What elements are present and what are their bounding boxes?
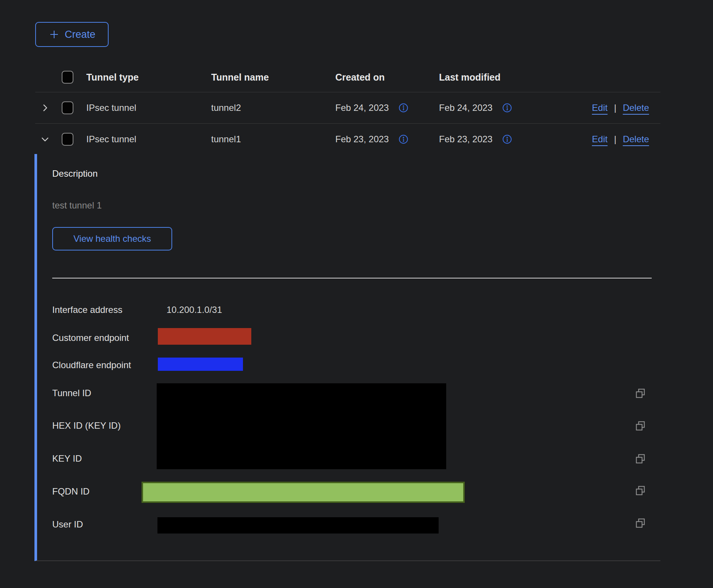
description-value: test tunnel 1	[52, 200, 102, 211]
chevron-down-icon[interactable]	[40, 134, 50, 144]
copy-icon[interactable]	[635, 518, 646, 529]
create-button-label: Create	[65, 29, 95, 40]
create-button[interactable]: Create	[35, 22, 109, 47]
key-id-label: KEY ID	[52, 453, 82, 464]
fqdn-id-redaction	[142, 482, 465, 503]
header-tunnel-type: Tunnel type	[86, 72, 211, 83]
edit-link[interactable]: Edit	[592, 134, 607, 145]
tunnel-details-panel: Description test tunnel 1 View health ch…	[34, 154, 660, 561]
customer-endpoint-label: Customer endpoint	[52, 333, 129, 343]
user-id-redaction	[157, 517, 439, 534]
interface-address-label: Interface address	[52, 305, 122, 315]
fqdn-id-label: FQDN ID	[52, 486, 90, 497]
tunnel-name-cell: tunnel2	[211, 103, 335, 113]
tunnels-page: Create Tunnel type Tunnel name Created o…	[0, 0, 713, 588]
tunnel-type-cell: IPsec tunnel	[86, 103, 211, 113]
info-icon[interactable]	[399, 103, 408, 113]
hex-id-label: HEX ID (KEY ID)	[52, 420, 121, 431]
header-created-on: Created on	[335, 72, 439, 83]
delete-link[interactable]: Delete	[623, 134, 649, 145]
info-icon[interactable]	[399, 134, 408, 144]
select-all-checkbox[interactable]	[62, 71, 73, 84]
created-on-value: Feb 24, 2023	[335, 103, 389, 113]
tunnel-id-label: Tunnel ID	[52, 388, 91, 398]
description-label: Description	[52, 168, 98, 179]
copy-icon[interactable]	[635, 420, 646, 432]
info-icon[interactable]	[502, 103, 512, 113]
copy-icon[interactable]	[635, 485, 646, 496]
chevron-right-icon[interactable]	[40, 103, 50, 113]
action-separator: |	[614, 103, 616, 113]
tunnel-type-cell: IPsec tunnel	[86, 134, 211, 145]
row-checkbox[interactable]	[62, 101, 73, 114]
info-icon[interactable]	[502, 134, 512, 144]
created-on-value: Feb 23, 2023	[335, 134, 389, 145]
header-tunnel-name: Tunnel name	[211, 72, 335, 83]
interface-address-value: 10.200.1.0/31	[167, 305, 222, 315]
last-modified-value: Feb 24, 2023	[439, 103, 492, 113]
action-separator: |	[614, 134, 616, 145]
ids-redaction-block	[157, 383, 446, 469]
cloudflare-endpoint-redaction	[158, 358, 243, 371]
section-divider	[52, 278, 652, 278]
delete-link[interactable]: Delete	[623, 103, 649, 113]
row-checkbox[interactable]	[62, 133, 73, 146]
table-row-tunnel1: IPsec tunnel tunnel1 Feb 23, 2023 Feb 23…	[35, 124, 660, 155]
header-last-modified: Last modified	[439, 72, 553, 83]
copy-icon[interactable]	[635, 388, 646, 399]
edit-link[interactable]: Edit	[592, 103, 607, 113]
tunnel-name-cell: tunnel1	[211, 134, 335, 145]
last-modified-value: Feb 23, 2023	[439, 134, 492, 145]
table-row-tunnel2: IPsec tunnel tunnel2 Feb 24, 2023 Feb 24…	[35, 92, 660, 124]
plus-icon	[48, 29, 60, 40]
table-header-row: Tunnel type Tunnel name Created on Last …	[35, 62, 660, 92]
customer-endpoint-redaction	[158, 328, 251, 345]
view-health-checks-button[interactable]: View health checks	[52, 227, 172, 250]
user-id-label: User ID	[52, 519, 83, 530]
tunnels-table: Tunnel type Tunnel name Created on Last …	[35, 62, 660, 155]
copy-icon[interactable]	[635, 453, 646, 465]
cloudflare-endpoint-label: Cloudflare endpoint	[52, 360, 131, 370]
